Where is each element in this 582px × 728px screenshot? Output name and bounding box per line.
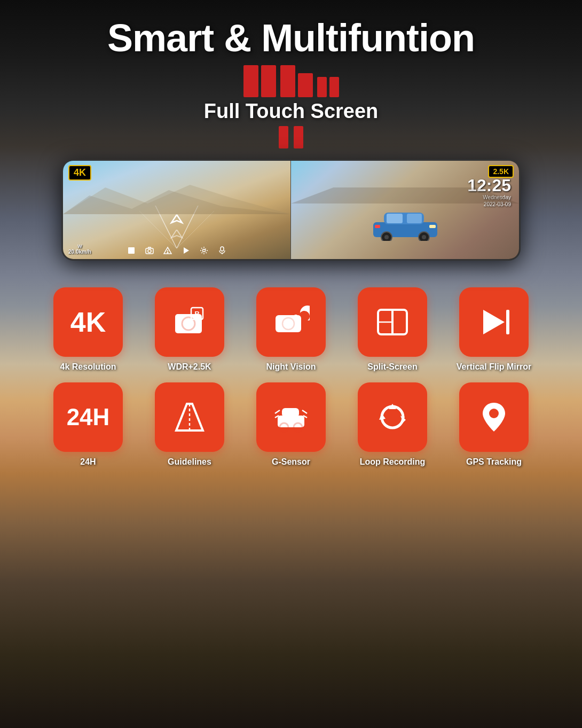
svg-rect-25 <box>375 225 380 228</box>
feature-loop-recording: Loop Recording <box>350 382 435 467</box>
svg-point-22 <box>384 235 389 239</box>
speed-display: 20.0km/h <box>68 249 91 255</box>
feature-label-guidelines: Guidelines <box>168 457 211 467</box>
vertical-flip-icon <box>475 303 513 341</box>
wdr-icon: R <box>171 303 208 341</box>
svg-marker-26 <box>291 187 519 203</box>
subtitle: Full Touch Screen <box>204 100 379 123</box>
feature-24h: 24H 24H <box>45 382 131 467</box>
feature-label-4k: 4k Resolution <box>60 362 116 372</box>
feature-gps: GPS Tracking <box>451 382 537 467</box>
guidelines-icon <box>171 398 208 436</box>
svg-point-13 <box>203 249 206 252</box>
svg-rect-24 <box>429 225 436 228</box>
svg-marker-50 <box>379 413 386 420</box>
svg-marker-12 <box>184 247 189 254</box>
feature-label-loop: Loop Recording <box>360 457 426 467</box>
feature-wdr: R WDR+2.5K <box>147 287 232 372</box>
svg-rect-18 <box>387 214 403 223</box>
gps-icon <box>475 398 513 436</box>
loop-recording-icon <box>374 398 411 436</box>
svg-point-11 <box>167 252 168 253</box>
toolbar <box>127 246 226 255</box>
feature-vertical-flip: Vertical Flip Mirror <box>451 287 537 372</box>
svg-point-8 <box>148 249 151 253</box>
feature-label-split: Split-Screen <box>367 362 417 372</box>
page-title: Smart & Multifuntion <box>107 16 475 60</box>
feature-g-sensor: G-Sensor <box>248 382 334 467</box>
svg-point-33 <box>293 315 298 320</box>
resolution-indicator <box>243 65 339 97</box>
front-camera-view: 4K <box>63 161 291 259</box>
feature-label-gps: GPS Tracking <box>466 457 522 467</box>
feature-label-wdr: WDR+2.5K <box>168 362 211 372</box>
mirror-device: 4K <box>61 159 521 261</box>
svg-marker-37 <box>483 310 505 334</box>
pause-icon <box>279 126 303 148</box>
g-sensor-icon <box>272 398 310 436</box>
24h-icon: 24H <box>67 405 110 429</box>
rear-camera-view: 2.5K 12:25 Wednesday 2022-03-09 <box>291 161 519 259</box>
features-grid: 4K 4k Resolution R WDR+2.5K <box>24 287 558 467</box>
feature-guidelines: Guidelines <box>147 382 232 467</box>
svg-rect-14 <box>221 247 224 251</box>
svg-rect-6 <box>128 247 135 254</box>
svg-rect-38 <box>506 310 509 334</box>
feature-label-gsensor: G-Sensor <box>272 457 310 467</box>
svg-point-51 <box>489 409 499 418</box>
svg-line-44 <box>275 410 280 413</box>
svg-line-46 <box>302 410 307 413</box>
feature-4k-resolution: 4K 4k Resolution <box>45 287 131 372</box>
night-vision-icon <box>272 303 310 341</box>
4k-icon: 4K <box>70 308 106 336</box>
split-screen-icon <box>374 303 411 341</box>
svg-rect-19 <box>407 214 422 223</box>
feature-night-vision: Night Vision <box>248 287 334 372</box>
feature-label-night: Night Vision <box>266 362 316 372</box>
svg-rect-40 <box>278 416 304 427</box>
svg-point-23 <box>422 235 426 239</box>
svg-rect-41 <box>282 408 299 417</box>
svg-text:R: R <box>194 310 200 318</box>
feature-label-24h: 24H <box>80 457 96 467</box>
feature-split-screen: Split-Screen <box>350 287 435 372</box>
feature-label-flip: Vertical Flip Mirror <box>457 362 531 372</box>
4k-badge: 4K <box>68 165 91 181</box>
